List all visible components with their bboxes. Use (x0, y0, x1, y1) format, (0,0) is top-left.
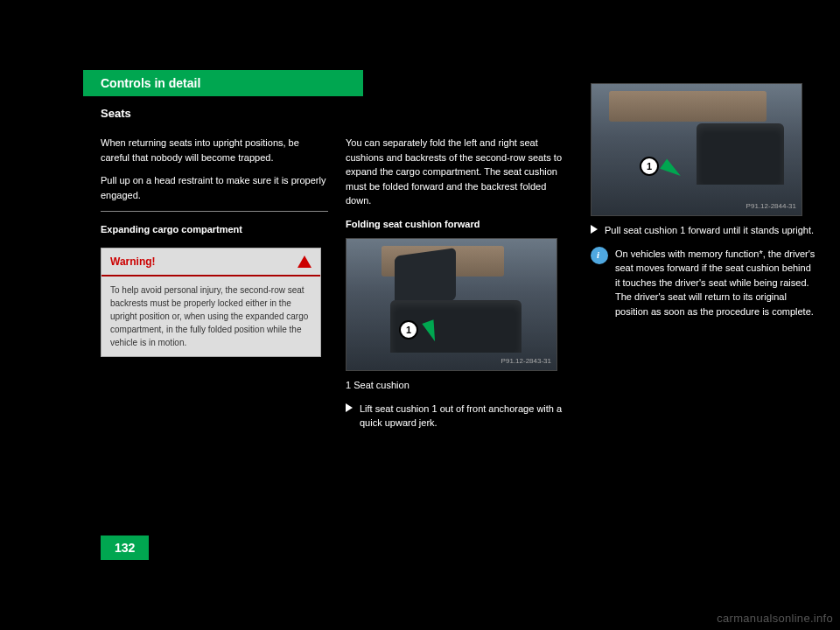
col2-intro: You can separately fold the left and rig… (346, 136, 573, 208)
callout-1-text: 1 Seat cushion (346, 378, 573, 393)
callout-desc: Seat cushion (354, 380, 410, 390)
triangle-bullet-icon-2 (591, 225, 598, 234)
triangle-bullet-icon (346, 403, 353, 412)
window-shape-2 (609, 91, 766, 122)
col2-step-text: Lift seat cushion 1 out of front anchora… (360, 402, 573, 430)
watermark: carmanualsonline.info (717, 612, 833, 625)
callout-number: 1 (346, 380, 351, 390)
warning-title: Warning! (110, 254, 156, 270)
header-title: Controls in detail (101, 76, 200, 90)
header-bar: Controls in detail (83, 70, 363, 96)
col1-subhead: Expanding cargo compartment (101, 222, 328, 237)
column-3: 1 P91.12-2844-31 Pull seat cushion 1 for… (591, 83, 818, 318)
col3-step-text: Pull seat cushion 1 forward until it sta… (605, 223, 814, 238)
callout-1: 1 (399, 320, 418, 340)
warning-body: To help avoid personal injury, the secon… (102, 276, 320, 356)
photo-id-label-2: P91.12-2844-31 (746, 201, 796, 212)
seat-folded-shape (696, 123, 784, 185)
column-1: When returning seats into upright positi… (101, 136, 328, 357)
warning-box: Warning! To help avoid personal injury, … (101, 248, 321, 357)
col1-paragraph-1: When returning seats into upright positi… (101, 136, 328, 164)
photo-seat-cushion-lift: 1 P91.12-2843-31 (346, 238, 557, 371)
page-number: 132 (101, 536, 149, 560)
warning-triangle-icon (298, 256, 312, 268)
col3-step: Pull seat cushion 1 forward until it sta… (591, 223, 818, 238)
callout-1b: 1 (640, 157, 659, 176)
info-icon (591, 247, 608, 264)
column-2: You can separately fold the left and rig… (346, 136, 573, 430)
col2-subhead: Folding seat cushion forward (346, 217, 573, 232)
col2-step: Lift seat cushion 1 out of front anchora… (346, 402, 573, 430)
col1-paragraph-2: Pull up on a head restraint to make sure… (101, 173, 328, 202)
photo-id-label: P91.12-2843-31 (501, 356, 551, 367)
warning-header: Warning! (102, 248, 320, 276)
section-label: Seats (101, 107, 131, 120)
photo-seat-cushion-upright: 1 P91.12-2844-31 (591, 83, 802, 216)
divider (101, 211, 328, 212)
manual-page: Controls in detail Seats When returning … (52, 52, 788, 578)
col3-note: On vehicles with memory function*, the d… (591, 247, 818, 319)
col3-note-text: On vehicles with memory function*, the d… (615, 247, 818, 319)
